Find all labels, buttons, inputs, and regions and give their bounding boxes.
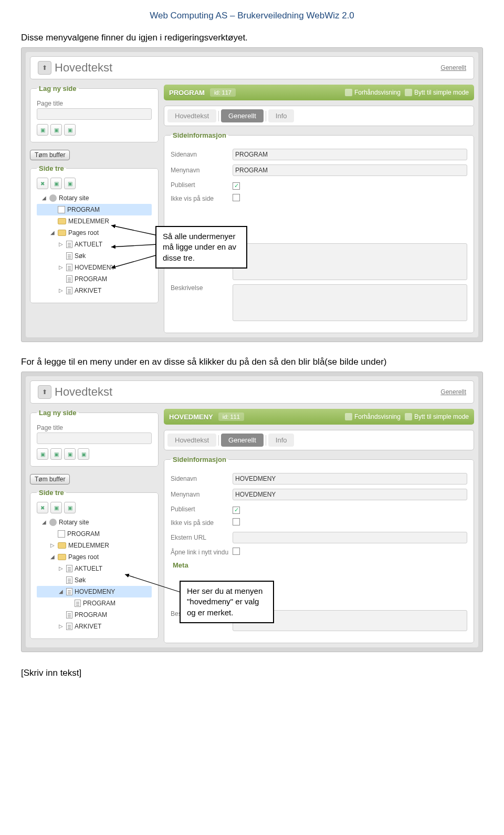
tree-tool-icon[interactable]: ✖ xyxy=(37,502,48,513)
tree-tool-icon[interactable]: ▣ xyxy=(50,502,62,513)
screenshot-1-wrap: ⬆ Hovedtekst Generellt Lag ny side Page … xyxy=(21,47,483,342)
tree-item[interactable]: ▷ARKIVET xyxy=(37,621,152,632)
tool-icon[interactable]: ▣ xyxy=(50,124,62,136)
menynavn-label: Menynavn xyxy=(171,167,233,174)
publisert-checkbox[interactable]: ✓ xyxy=(233,182,240,190)
tree-item[interactable]: Søk xyxy=(37,250,152,262)
ekstern-label: Ekstern URL xyxy=(171,534,233,541)
tree-item-label: Pages root xyxy=(68,551,99,563)
folder-icon xyxy=(58,230,66,236)
menynavn-label: Menynavn xyxy=(171,491,233,498)
top-right-link[interactable]: Generellt xyxy=(440,64,466,71)
tree-item[interactable]: ▷MEDLEMMER xyxy=(37,540,152,551)
tree-item-label: PROGRAM xyxy=(67,204,100,215)
tool-icon[interactable]: ▣ xyxy=(64,448,76,460)
tree-tool-icon[interactable]: ▣ xyxy=(50,178,62,189)
preview-link[interactable]: Forhåndsvisning xyxy=(345,413,401,420)
tree-item[interactable]: Søk xyxy=(37,574,152,586)
apnelink-checkbox[interactable] xyxy=(233,548,240,555)
tab-generellt[interactable]: Generellt xyxy=(221,109,264,122)
doc-icon xyxy=(66,287,72,294)
mode-link[interactable]: Bytt til simple mode xyxy=(405,89,469,96)
page-title-label: Page title xyxy=(37,100,152,107)
preview-link[interactable]: Forhåndsvisning xyxy=(345,89,401,96)
tree-item-label: AKTUELT xyxy=(75,563,102,574)
tree-item-label: HOVEDMENY xyxy=(75,586,115,597)
beskrivelse-textarea[interactable] xyxy=(233,284,467,321)
ikkevis-checkbox[interactable] xyxy=(233,194,240,201)
tree-item-label: PROGRAM xyxy=(67,528,100,540)
back-button[interactable]: ⬆ xyxy=(38,61,51,75)
page-title-input[interactable] xyxy=(37,432,152,444)
doc-icon xyxy=(66,241,72,248)
tree-item[interactable]: ▷AKTUELT xyxy=(37,563,152,574)
tab-hovedtekst[interactable]: Hovedtekst xyxy=(167,434,216,447)
tree-item[interactable]: ◢Pages root xyxy=(37,551,152,563)
tool-icon[interactable]: ▣ xyxy=(78,448,89,460)
menynavn-input[interactable] xyxy=(233,489,467,500)
nokkelord-textarea[interactable] xyxy=(233,243,467,280)
tree-item[interactable]: MEDLEMMER xyxy=(37,215,152,227)
tool-icon[interactable]: ▣ xyxy=(37,448,48,460)
tool-icon[interactable]: ▣ xyxy=(64,124,76,136)
tree-item[interactable]: ▷ARKIVET xyxy=(37,285,152,296)
page-title-label: Page title xyxy=(37,424,152,431)
tree-item[interactable]: ◢Rotary site xyxy=(37,192,152,204)
side-tree-legend: Side tre xyxy=(37,489,66,497)
middle-text: For å legge til en meny under en av diss… xyxy=(21,357,483,367)
tab-generellt[interactable]: Generellt xyxy=(221,434,264,447)
tree-item[interactable]: PROGRAM xyxy=(37,609,152,621)
side-tree-fieldset: Side tre ✖ ▣ ▣ ◢Rotary sitePROGRAM▷MEDLE… xyxy=(30,489,159,639)
tree-item-label: PROGRAM xyxy=(75,609,107,621)
screenshot-2-wrap: ⬆ Hovedtekst Generellt Lag ny side Page … xyxy=(21,372,483,652)
page-icon xyxy=(58,206,65,213)
ikkevis-label: Ikke vis på side xyxy=(171,195,233,202)
tree-item[interactable]: PROGRAM xyxy=(37,204,152,215)
tab-info[interactable]: Info xyxy=(268,434,295,447)
page-title: Hovedtekst xyxy=(55,385,440,399)
tree-item[interactable]: ▷HOVEDMENY xyxy=(37,262,152,273)
menynavn-input[interactable] xyxy=(233,164,467,176)
mode-link[interactable]: Bytt til simple mode xyxy=(405,413,469,420)
tree-item-label: ARKIVET xyxy=(75,621,101,632)
tab-hovedtekst[interactable]: Hovedtekst xyxy=(167,109,216,122)
ekstern-input[interactable] xyxy=(233,532,467,543)
doc-icon xyxy=(66,252,72,260)
tool-icon[interactable]: ▣ xyxy=(37,124,48,136)
tree-tool-icon[interactable]: ✖ xyxy=(37,178,48,189)
tree-item[interactable]: PROGRAM xyxy=(37,273,152,285)
tree-item-label: PROGRAM xyxy=(83,597,116,609)
ikkevis-checkbox[interactable] xyxy=(233,518,240,525)
tree-item-label: MEDLEMMER xyxy=(68,540,109,551)
tree-item[interactable]: ◢HOVEDMENY xyxy=(37,586,152,597)
page-title-input[interactable] xyxy=(37,108,152,120)
sidenavn-input[interactable] xyxy=(233,473,467,484)
clear-buffer-button[interactable]: Tøm buffer xyxy=(30,474,70,484)
page-title: Hovedtekst xyxy=(55,61,440,75)
tree-tool-icon[interactable]: ▣ xyxy=(64,178,76,189)
tree-item[interactable]: ◢Pages root xyxy=(37,227,152,239)
meta-legend: Meta xyxy=(171,561,467,569)
back-button[interactable]: ⬆ xyxy=(38,385,51,399)
tree-item[interactable]: PROGRAM xyxy=(37,597,152,609)
tree-item-label: Rotary site xyxy=(59,517,89,528)
folder-icon xyxy=(58,218,66,224)
tree-item[interactable]: ▷AKTUELT xyxy=(37,239,152,250)
tree-tool-icon[interactable]: ▣ xyxy=(64,502,76,513)
top-right-link[interactable]: Generellt xyxy=(440,388,466,396)
clear-buffer-button[interactable]: Tøm buffer xyxy=(30,150,70,160)
sidenavn-label: Sidenavn xyxy=(171,475,233,482)
tree-item-label: Pages root xyxy=(68,227,99,239)
tool-icon[interactable]: ▣ xyxy=(50,448,62,460)
apnelink-label: Åpne link i nytt vindu xyxy=(171,549,233,556)
side-tree-legend: Side tre xyxy=(37,164,66,172)
tree-item[interactable]: ◢Rotary site xyxy=(37,517,152,528)
sidenavn-input[interactable] xyxy=(233,149,467,160)
doc-icon xyxy=(66,264,72,271)
top-panel: ⬆ Hovedtekst Generellt xyxy=(30,380,474,404)
tree-item[interactable]: PROGRAM xyxy=(37,528,152,540)
id-badge: id: 111 xyxy=(218,413,244,421)
tab-info[interactable]: Info xyxy=(268,109,295,122)
publisert-checkbox[interactable]: ✓ xyxy=(233,507,240,514)
annotation-1: Så alle undermenyer må ligge under en av… xyxy=(155,226,247,269)
